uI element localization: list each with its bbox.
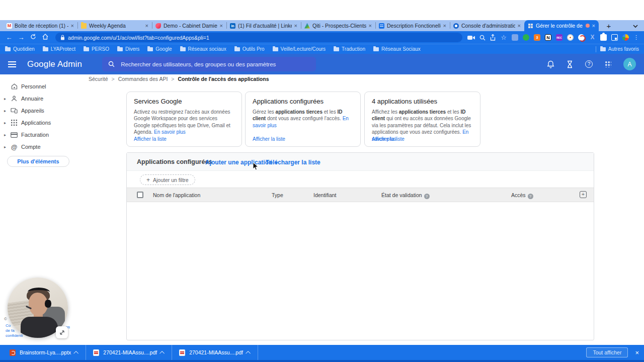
apps-grid-icon[interactable] [605, 61, 611, 67]
account-avatar[interactable]: A [623, 58, 636, 70]
extension-sidebar-icon[interactable] [512, 34, 518, 41]
tab-close-icon[interactable]: × [220, 23, 223, 29]
expand-arrow-icon[interactable]: ▸ [3, 109, 7, 113]
tab-weekly-agenda[interactable]: Weekly Agenda × [77, 20, 152, 31]
extension-orange-icon[interactable]: 3 [534, 34, 540, 41]
notion-extension-icon[interactable]: N [545, 34, 551, 41]
tab-linkedin[interactable]: in (1) Fil d'actualité | LinkedIn × [226, 20, 301, 31]
headset-band-icon [28, 288, 50, 297]
tab-active-app-control[interactable]: Gérer le contrôle de l'ac × [524, 20, 599, 31]
webcam-expand-button[interactable] [56, 326, 68, 338]
breadcrumb-api[interactable]: Commandes des API [118, 76, 168, 82]
close-downloads-icon[interactable]: × [635, 349, 639, 356]
breadcrumb-separator: > [171, 76, 174, 82]
bookmark-folder[interactable]: Google [147, 46, 172, 52]
bookmark-folder[interactable]: LYAProtect [43, 46, 75, 52]
tab-demo[interactable]: Demo - Cabinet Damien MA × [152, 20, 226, 31]
share-icon[interactable] [490, 34, 496, 41]
extension-green-icon[interactable] [523, 34, 529, 41]
meet-extension-icon[interactable] [578, 34, 585, 41]
browser-window-icon[interactable] [611, 34, 618, 41]
sidebar-item-applications[interactable]: ▸ Applications [0, 117, 80, 129]
home-icon[interactable] [40, 33, 50, 43]
sidebar-item-compte[interactable]: ▸ @ Compte [0, 141, 80, 153]
help-icon[interactable]: ? [424, 194, 430, 199]
bookmark-folder[interactable]: Réseaux sociaux [180, 46, 226, 52]
tab-close-icon[interactable]: × [592, 23, 595, 29]
refresh-icon[interactable] [28, 33, 38, 43]
bookmark-folder[interactable]: Quotidien [5, 46, 35, 52]
download-filename: Brainstorm-Lya....pptx [20, 349, 71, 355]
tab-close-icon[interactable]: × [518, 23, 521, 29]
bookmark-folder[interactable]: Divers [117, 46, 139, 52]
url-bar[interactable]: admin.google.com/u/1/ac/owl/list?tab=con… [55, 33, 462, 42]
tab-close-icon[interactable]: × [294, 23, 297, 29]
google-admin-logo[interactable]: Google Admin [27, 59, 82, 69]
tasks-hourglass-icon[interactable] [567, 60, 573, 68]
sidebar-item-annuaire[interactable]: ▸ Annuaire [0, 93, 80, 105]
select-all-checkbox[interactable] [137, 192, 143, 198]
tab-close-icon[interactable]: × [71, 23, 74, 29]
tab-search-chevron-icon[interactable] [633, 21, 638, 30]
learn-more-link[interactable]: En savoir plus [154, 129, 186, 135]
menu-hamburger-icon[interactable] [8, 61, 16, 67]
extensions-puzzle-icon[interactable] [600, 34, 607, 41]
notifications-bell-icon[interactable] [547, 60, 554, 68]
other-bookmarks[interactable]: Autres favoris [600, 46, 639, 52]
bookmark-label: Réseaux sociaux [188, 46, 226, 52]
chevron-up-icon[interactable] [159, 350, 165, 355]
expand-arrow-icon[interactable]: ▸ [3, 133, 7, 137]
help-icon[interactable]: ? [585, 60, 593, 68]
folder-icon [234, 47, 240, 51]
admin-search-input[interactable]: Rechercher des utilisateurs, des groupes… [102, 57, 316, 71]
browser-profile-avatar[interactable] [622, 34, 629, 41]
tab-console-admin[interactable]: Console d'administration × [450, 20, 524, 31]
expand-arrow-icon[interactable]: ▸ [3, 145, 7, 149]
bookmark-folder[interactable]: Veille/Lecture/Cours [273, 46, 326, 52]
download-list-button[interactable]: Télécharger la liste [266, 159, 320, 166]
forward-icon[interactable]: → [16, 33, 26, 43]
chevron-up-icon[interactable] [246, 350, 251, 355]
bookmark-star-icon[interactable]: ☆ [500, 33, 507, 43]
expand-arrow-icon[interactable]: ▸ [3, 121, 7, 125]
show-list-link[interactable]: Afficher la liste [372, 136, 405, 142]
tab-close-icon[interactable]: × [443, 23, 446, 29]
sidebar-label: Compte [21, 144, 41, 150]
bookmark-folder[interactable]: PERSO [84, 46, 109, 52]
bookmark-folder[interactable]: Réseaux Sociaux [373, 46, 421, 52]
tab-close-icon[interactable]: × [369, 23, 372, 29]
zoom-search-icon[interactable] [479, 35, 486, 41]
show-list-link[interactable]: Afficher la liste [134, 136, 167, 142]
sidebar-label: Annuaire [21, 96, 43, 102]
download-item-pptx[interactable]: Brainstorm-Lya....pptx [2, 345, 86, 360]
chevron-up-icon[interactable] [73, 350, 78, 355]
rec-extension-icon[interactable]: REC [556, 34, 562, 41]
sidebar-item-appareils[interactable]: ▸ Appareils [0, 105, 80, 117]
manage-columns-icon[interactable]: + [580, 191, 587, 198]
back-icon[interactable]: ← [4, 33, 14, 43]
video-camera-icon[interactable] [467, 35, 475, 40]
sidebar-item-facturation[interactable]: ▸ Facturation [0, 129, 80, 141]
tab-gmail[interactable]: M Boîte de réception (1) - arna × [3, 20, 77, 31]
camera-lens-extension-icon[interactable] [567, 34, 574, 41]
show-all-downloads-button[interactable]: Tout afficher [586, 347, 628, 357]
breadcrumb-security[interactable]: Sécurité [89, 76, 108, 82]
tab-description[interactable]: Description Fonctionelle - G × [375, 20, 450, 31]
add-filter-button[interactable]: +Ajouter un filtre [140, 174, 195, 185]
bookmark-folder[interactable]: Outils Pro [234, 46, 265, 52]
new-tab-button[interactable]: + [604, 21, 614, 31]
bookmark-folder[interactable]: Traduction [334, 46, 365, 52]
download-item-pdf[interactable]: 270421-MIAAssu....pdf [172, 345, 258, 360]
expand-arrow-icon[interactable]: ▸ [3, 97, 7, 101]
show-list-link[interactable]: Afficher la liste [253, 136, 285, 142]
sidebar-item-personnel[interactable]: Personnel [0, 80, 80, 93]
download-item-pdf[interactable]: 270421-MIAAssu....pdf [86, 345, 172, 360]
tab-title: Demo - Cabinet Damien MA [164, 23, 217, 29]
x-extension-icon[interactable]: X [589, 34, 596, 41]
tab-close-icon[interactable]: × [145, 23, 148, 29]
tab-qiti[interactable]: Qiti - Prospects-Clients - G × [301, 20, 375, 31]
help-icon[interactable]: ? [528, 194, 533, 199]
browser-menu-icon[interactable]: ⋮ [633, 34, 639, 41]
column-type: Type [272, 192, 283, 198]
more-items-button[interactable]: Plus d'éléments [7, 156, 69, 167]
